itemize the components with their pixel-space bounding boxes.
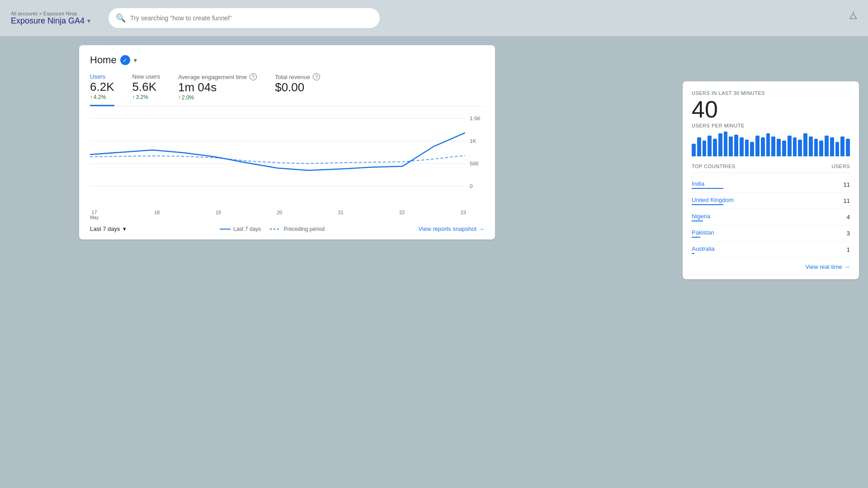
stat-users-value: 6.2K [90, 80, 114, 94]
country-name-3[interactable]: Pakistan [692, 229, 714, 238]
stat-new-users-value: 5.6K [132, 80, 160, 94]
country-row-2: Nigeria 4 [692, 209, 850, 225]
chart-area: 1.5K 1K 500 0 [90, 114, 484, 204]
stat-revenue-value: $0.00 [275, 80, 320, 94]
country-name-0[interactable]: India [692, 180, 723, 189]
stat-engagement-value: 1m 04s [178, 80, 257, 94]
x-label-20: 20 [277, 210, 282, 220]
date-range-dropdown-icon: ▾ [123, 225, 126, 232]
x-label-17: 17 May [90, 210, 99, 220]
realtime-bar-18 [788, 136, 792, 156]
country-name-4[interactable]: Australia [692, 245, 715, 254]
realtime-bar-22 [809, 136, 813, 156]
arrow-right-icon: → [478, 225, 484, 232]
view-realtime-link[interactable]: View real time → [692, 263, 850, 270]
engagement-info-icon: ? [250, 73, 257, 80]
home-check-icon: ✓ [120, 55, 130, 65]
arrow-right-icon: → [844, 263, 850, 270]
country-count-1: 11 [844, 197, 850, 204]
realtime-panel: USERS IN LAST 30 MINUTES 40 USERS PER MI… [683, 81, 859, 279]
realtime-bar-chart [692, 134, 850, 156]
realtime-bar-28 [840, 136, 844, 156]
legend-preceding: Preceding period [270, 226, 325, 232]
realtime-bar-24 [819, 141, 823, 156]
svg-text:500: 500 [470, 161, 479, 166]
country-name-1[interactable]: United Kingdom [692, 197, 734, 205]
realtime-bar-7 [729, 136, 733, 156]
stat-users-change: ↑4.2% [90, 94, 114, 100]
account-name-label: Exposure Ninja GA4 [11, 16, 85, 26]
realtime-bar-6 [724, 131, 728, 156]
view-realtime-label: View real time [806, 263, 842, 270]
edit-icon[interactable]: ⧊ [849, 11, 857, 21]
stat-engagement[interactable]: Average engagement time ? 1m 04s ↑2.0% [178, 73, 257, 106]
realtime-bar-2 [703, 141, 707, 156]
realtime-bar-5 [718, 133, 722, 156]
realtime-bar-1 [697, 137, 701, 156]
realtime-bar-13 [761, 137, 765, 156]
main-content: Home ✓ ▾ Users 6.2K ↑4.2% New users 5.6K… [0, 36, 868, 488]
search-input[interactable] [130, 14, 373, 22]
stat-users[interactable]: Users 6.2K ↑4.2% [90, 73, 114, 106]
home-dropdown-icon[interactable]: ▾ [134, 56, 137, 64]
country-count-2: 4 [847, 214, 850, 221]
top-countries-label: TOP COUNTRIES [692, 164, 736, 169]
realtime-bar-19 [793, 137, 797, 156]
x-label-22: 22 [399, 210, 405, 220]
country-bar-0 [692, 188, 723, 189]
x-axis: 17 May 18 19 20 21 22 23 [90, 208, 484, 222]
legend-dashed-line [270, 229, 281, 230]
stats-row: Users 6.2K ↑4.2% New users 5.6K ↑3.2% Av… [90, 73, 484, 107]
account-breadcrumb: All accounts > Exposure Ninja [11, 11, 90, 16]
home-header: Home ✓ ▾ [90, 54, 484, 66]
country-row-4: Australia 1 [692, 242, 850, 258]
account-selector[interactable]: Exposure Ninja GA4 ▾ [11, 16, 90, 26]
stat-revenue[interactable]: Total revenue ? $0.00 [275, 73, 320, 106]
legend-last7-label: Last 7 days [233, 226, 261, 232]
realtime-bar-4 [713, 139, 717, 156]
x-label-23: 23 [461, 210, 466, 220]
svg-text:1.5K: 1.5K [470, 116, 481, 121]
x-label-21: 21 [338, 210, 344, 220]
date-range-selector[interactable]: Last 7 days ▾ [90, 225, 126, 232]
revenue-info-icon: ? [313, 73, 320, 80]
view-reports-snapshot-link[interactable]: View reports snapshot → [419, 225, 484, 232]
stat-engagement-change: ↑2.0% [178, 94, 257, 101]
country-bar-2 [692, 221, 703, 221]
users-column-label: USERS [832, 164, 850, 169]
country-name-2[interactable]: Nigeria [692, 213, 710, 221]
realtime-bar-26 [830, 137, 834, 156]
realtime-bar-17 [782, 141, 786, 156]
realtime-bar-3 [708, 136, 712, 156]
chart-footer: Last 7 days ▾ Last 7 days Preceding peri… [90, 225, 484, 232]
country-count-4: 1 [847, 246, 850, 253]
stat-new-users-label: New users [132, 73, 160, 80]
realtime-bar-11 [750, 142, 754, 156]
legend-solid-line [220, 229, 231, 230]
svg-text:1K: 1K [470, 138, 476, 144]
svg-text:0: 0 [470, 183, 473, 189]
country-row-3: Pakistan 3 [692, 225, 850, 242]
home-panel: Home ✓ ▾ Users 6.2K ↑4.2% New users 5.6K… [79, 45, 495, 239]
realtime-bar-0 [692, 144, 696, 156]
country-bar-4 [692, 253, 694, 254]
realtime-bar-25 [825, 136, 829, 156]
realtime-bar-16 [777, 139, 781, 156]
stat-new-users[interactable]: New users 5.6K ↑3.2% [132, 73, 160, 106]
realtime-bar-10 [745, 140, 749, 156]
search-bar[interactable]: 🔍 [108, 8, 380, 28]
stat-engagement-label: Average engagement time ? [178, 73, 257, 80]
country-row-1: United Kingdom 11 [692, 193, 850, 209]
x-label-19: 19 [216, 210, 221, 220]
country-bar-1 [692, 204, 723, 205]
realtime-bar-9 [740, 137, 744, 156]
realtime-section-title: USERS IN LAST 30 MINUTES [692, 90, 850, 96]
realtime-bar-21 [803, 133, 807, 156]
countries-list: India 11 United Kingdom 11 Nigeria 4 Pak… [692, 177, 850, 258]
realtime-sub-label: USERS PER MINUTE [692, 123, 850, 128]
view-snapshot-label: View reports snapshot [419, 225, 476, 232]
realtime-bar-20 [798, 140, 802, 156]
realtime-bar-14 [766, 133, 770, 156]
realtime-bar-12 [755, 136, 760, 156]
date-range-label: Last 7 days [90, 225, 120, 232]
